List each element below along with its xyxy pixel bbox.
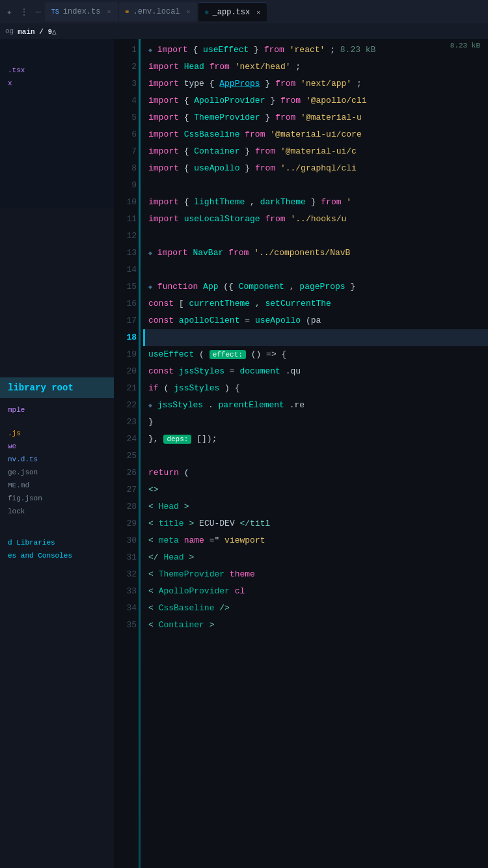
deps-badge: deps:	[163, 435, 191, 444]
tab-env-local[interactable]: ≡ .env.local ✕	[119, 2, 197, 21]
code-line-21: if ( jssStyles ) {	[143, 380, 488, 397]
code-line-32: < ThemeProvider theme	[143, 566, 488, 583]
tab-app-tsx[interactable]: ⚛ _app.tsx ✕	[198, 2, 267, 21]
code-line-10: import { lightTheme , darkTheme } from '	[143, 194, 488, 211]
code-line-7: import { Container } from '@material-ui/…	[143, 143, 488, 160]
code-line-4: import { ApolloProvider } from '@apollo/…	[143, 92, 488, 109]
dots-icon[interactable]: ⋮	[17, 7, 31, 18]
code-line-18	[143, 329, 488, 346]
code-line-33: < ApolloProvider cl	[143, 583, 488, 600]
line-num-4: 4	[114, 92, 137, 109]
sidebar-top-files: .tsx x	[0, 39, 114, 95]
code-line-27: <>	[143, 481, 488, 498]
line-num-24: 24	[114, 431, 137, 448]
git-branch: main / 9△	[18, 27, 56, 36]
line-num-18: 18	[114, 329, 137, 346]
tab-index-ts[interactable]: TS index.ts ✕	[45, 2, 118, 21]
sidebar-bottom: d Libraries es and Consoles	[0, 536, 114, 562]
code-line-8: import { useApollo } from '../graphql/cl…	[143, 160, 488, 177]
tab-close-index[interactable]: ✕	[107, 8, 111, 16]
code-lines: ◆ import { useEffect } from 'react' ; 8.…	[143, 39, 488, 868]
main-area: .tsx x library root mple .js we nv.d.ts …	[0, 39, 488, 868]
env-icon: ≡	[126, 8, 129, 16]
code-line-3: import type { AppProps } from 'next/app'…	[143, 75, 488, 92]
line-num-2: 2	[114, 59, 137, 75]
tab-label-app: _app.tsx	[213, 8, 251, 17]
code-line-26: return (	[143, 465, 488, 481]
sidebar-file-mple[interactable]: mple	[0, 403, 114, 416]
sidebar: .tsx x library root mple .js we nv.d.ts …	[0, 39, 114, 868]
line-num-1: 1	[114, 42, 137, 59]
sidebar-section-libraries[interactable]: d Libraries	[0, 536, 114, 549]
code-line-19: useEffect ( effect: () => {	[143, 346, 488, 363]
code-line-31: </ Head >	[143, 549, 488, 566]
git-icon: og	[5, 27, 14, 35]
line-num-10: 10	[114, 194, 137, 211]
line-num-30: 30	[114, 532, 137, 549]
sidebar-file-memd[interactable]: ME.md	[0, 479, 114, 492]
line-num-6: 6	[114, 126, 137, 143]
file-size-indicator: 8.23 kB	[450, 42, 480, 49]
sidebar-file-gejson[interactable]: ge.json	[0, 466, 114, 479]
sidebar-file-x[interactable]: x	[0, 77, 114, 90]
kw-1: import	[157, 45, 188, 55]
line-num-16: 16	[114, 295, 137, 312]
code-line-20: const jssStyles = document .qu	[143, 363, 488, 380]
sidebar-file-figjson[interactable]: fig.json	[0, 492, 114, 505]
code-line-6: import CssBaseline from '@material-ui/co…	[143, 126, 488, 143]
scroll-indicator	[139, 39, 141, 868]
code-line-17: const apolloClient = useApollo (pa	[143, 312, 488, 329]
code-line-23: }	[143, 414, 488, 431]
tab-label-index: index.ts	[63, 7, 101, 16]
line-num-13: 13	[114, 245, 137, 262]
sidebar-files: mple .js we nv.d.ts ge.json ME.md fig.js…	[0, 398, 114, 523]
line-num-12: 12	[114, 228, 137, 245]
sidebar-file-we[interactable]: we	[0, 440, 114, 453]
line-num-28: 28	[114, 498, 137, 515]
code-editor[interactable]: 8.23 kB 1 2 3 4 5 6 7 8 9 10 11 12	[114, 39, 488, 868]
line-num-33: 33	[114, 583, 137, 600]
fold-icon-15: ◆	[148, 284, 152, 291]
code-line-1: ◆ import { useEffect } from 'react' ; 8.…	[143, 42, 488, 59]
fold-icon-1: ◆	[148, 47, 152, 54]
fold-icon-22: ◆	[148, 402, 152, 409]
sidebar-top: .tsx x	[0, 39, 114, 208]
sidebar-file-nvdts[interactable]: nv.d.ts	[0, 453, 114, 466]
sidebar-section-consoles[interactable]: es and Consoles	[0, 549, 114, 562]
code-line-12	[143, 228, 488, 245]
line-num-9: 9	[114, 177, 137, 194]
tab-close-app[interactable]: ✕	[256, 8, 260, 16]
line-num-7: 7	[114, 143, 137, 160]
code-line-34: < CssBaseline />	[143, 600, 488, 617]
tab-label-env: .env.local	[133, 7, 180, 16]
minus-icon[interactable]: —	[33, 7, 43, 17]
code-line-14	[143, 262, 488, 278]
code-line-5: import { ThemeProvider } from '@material…	[143, 109, 488, 126]
sidebar-file-js[interactable]: .js	[0, 427, 114, 440]
active-line-indicator	[143, 329, 145, 346]
tab-bar: ✦ ⋮ — TS index.ts ✕ ≡ .env.local ✕ ⚛ _ap…	[0, 0, 488, 23]
ts-icon: TS	[51, 8, 59, 16]
screen-container: ✦ ⋮ — TS index.ts ✕ ≡ .env.local ✕ ⚛ _ap…	[0, 0, 488, 868]
sidebar-file-tsx[interactable]: .tsx	[0, 64, 114, 77]
line-num-29: 29	[114, 515, 137, 532]
library-root-label: library root	[0, 377, 114, 398]
code-line-28: < Head >	[143, 498, 488, 515]
line-num-8: 8	[114, 160, 137, 177]
tab-close-env[interactable]: ✕	[187, 8, 191, 16]
head-tag: Head	[159, 502, 179, 511]
git-bar: og main / 9△	[0, 23, 488, 39]
line-num-15: 15	[114, 278, 137, 295]
line-num-19: 19	[114, 346, 137, 363]
code-line-25	[143, 448, 488, 465]
code-line-16: const [ currentTheme , setCurrentThe	[143, 295, 488, 312]
code-line-30: < meta name =" viewport	[143, 532, 488, 549]
line-num-22: 22	[114, 397, 137, 414]
sidebar-file-lock[interactable]: lock	[0, 505, 114, 518]
code-line-29: < title > ECU-DEV </titl	[143, 515, 488, 532]
line-num-26: 26	[114, 465, 137, 481]
line-num-5: 5	[114, 109, 137, 126]
line-num-17: 17	[114, 312, 137, 329]
menu-icon[interactable]: ✦	[3, 7, 16, 18]
code-line-22: ◆ jssStyles . parentElement .re	[143, 397, 488, 414]
